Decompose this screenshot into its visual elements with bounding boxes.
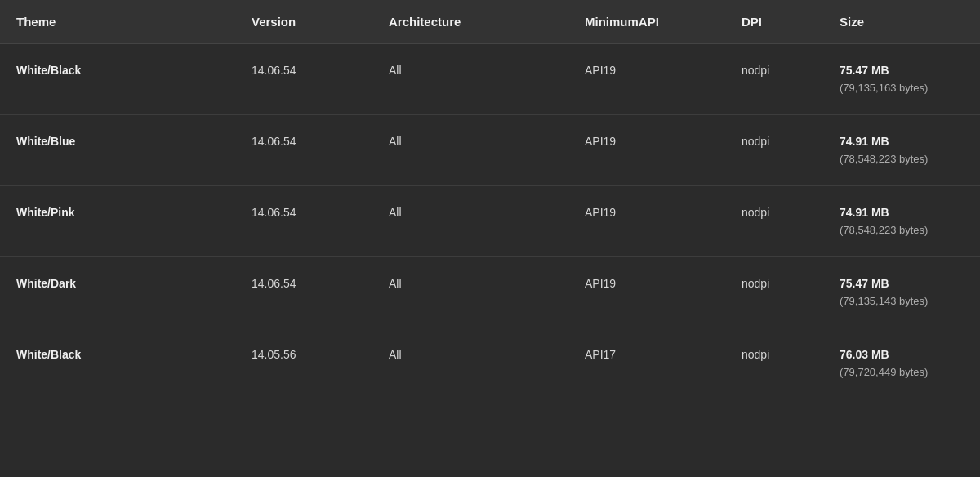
cell-architecture: All [372,186,568,257]
cell-size: 74.91 MB(78,548,223 bytes) [823,115,980,186]
cell-size: 75.47 MB(79,135,163 bytes) [823,44,980,115]
cell-architecture: All [372,257,568,328]
cell-architecture: All [372,44,568,115]
column-header-minimumapi: MinimumAPI [568,0,725,44]
cell-dpi: nodpi [725,257,823,328]
cell-dpi: nodpi [725,328,823,399]
cell-version: 14.05.56 [235,328,372,399]
cell-theme: White/Dark [0,257,235,328]
table-row: White/Black14.05.56AllAPI17nodpi76.03 MB… [0,328,980,399]
column-header-version: Version [235,0,372,44]
table-row: White/Blue14.06.54AllAPI19nodpi74.91 MB(… [0,115,980,186]
cell-minimumapi: API19 [568,115,725,186]
cell-minimumapi: API19 [568,186,725,257]
cell-theme: White/Blue [0,115,235,186]
cell-minimumapi: API17 [568,328,725,399]
cell-dpi: nodpi [725,44,823,115]
cell-architecture: All [372,328,568,399]
cell-theme: White/Black [0,44,235,115]
cell-size: 76.03 MB(79,720,449 bytes) [823,328,980,399]
table-row: White/Pink14.06.54AllAPI19nodpi74.91 MB(… [0,186,980,257]
cell-minimumapi: API19 [568,257,725,328]
cell-theme: White/Pink [0,186,235,257]
column-header-theme: Theme [0,0,235,44]
column-header-architecture: Architecture [372,0,568,44]
cell-architecture: All [372,115,568,186]
cell-version: 14.06.54 [235,257,372,328]
column-header-dpi: DPI [725,0,823,44]
table-row: White/Black14.06.54AllAPI19nodpi75.47 MB… [0,44,980,115]
column-header-size: Size [823,0,980,44]
cell-version: 14.06.54 [235,186,372,257]
table-row: White/Dark14.06.54AllAPI19nodpi75.47 MB(… [0,257,980,328]
cell-minimumapi: API19 [568,44,725,115]
cell-theme: White/Black [0,328,235,399]
cell-size: 75.47 MB(79,135,143 bytes) [823,257,980,328]
cell-dpi: nodpi [725,186,823,257]
cell-version: 14.06.54 [235,115,372,186]
cell-dpi: nodpi [725,115,823,186]
cell-version: 14.06.54 [235,44,372,115]
cell-size: 74.91 MB(78,548,223 bytes) [823,186,980,257]
